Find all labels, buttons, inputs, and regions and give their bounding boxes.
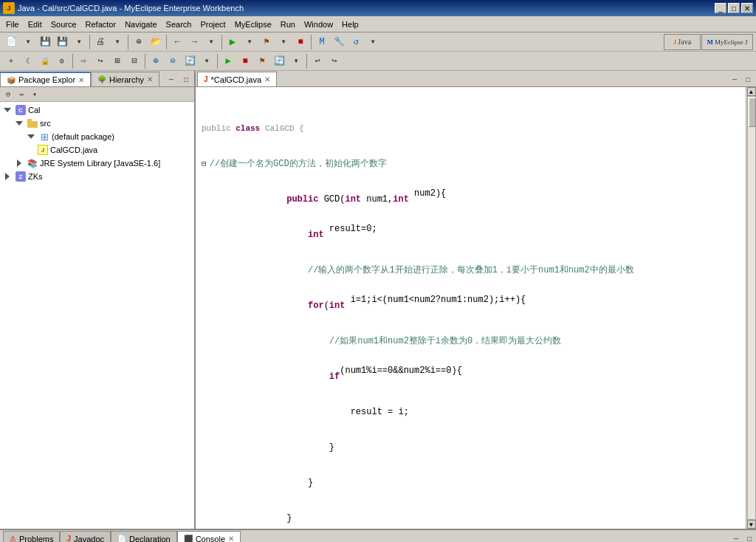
save-all-button[interactable]: 💾 — [54, 34, 70, 50]
editor-max[interactable]: □ — [741, 73, 755, 86]
console-icon: ⬛ — [184, 535, 193, 542]
menu-source[interactable]: Source — [47, 17, 81, 32]
debug-dropdown[interactable]: ▾ — [275, 34, 292, 50]
panel-minimize[interactable]: ─ — [165, 73, 178, 86]
tab-problems[interactable]: ⚠ Problems — [3, 531, 60, 542]
menu-project[interactable]: Project — [196, 17, 230, 32]
main-area: 📦 Package Explor ✕ 🌳 Hierarchy ✕ ─ □ ⊖ ⇔… — [0, 71, 756, 529]
menu-refactor[interactable]: Refactor — [81, 17, 121, 32]
myeclipse-perspective[interactable]: M MyEclipse J — [701, 34, 753, 50]
scroll-up-arrow[interactable]: ▲ — [747, 87, 756, 96]
editor-min[interactable]: ─ — [728, 73, 741, 86]
myeclipse-btn1[interactable]: M — [314, 34, 330, 50]
collapse-all-button[interactable]: ⊖ — [1, 88, 15, 101]
editor-wrapper: public class CalGCD { ⊟ //创建一个名为GCD的方法，初… — [196, 87, 756, 529]
menu-edit[interactable]: Edit — [24, 17, 47, 32]
open-type-button[interactable]: ⊕ — [131, 34, 147, 50]
package-explorer-close[interactable]: ✕ — [78, 76, 84, 84]
tb2-undo[interactable]: ↩ — [309, 53, 326, 69]
editor-tab-close[interactable]: ✕ — [264, 75, 270, 83]
new-button[interactable]: 📄 — [3, 34, 19, 50]
tab-javadoc[interactable]: J Javadoc — [60, 531, 111, 542]
menu-run[interactable]: Run — [276, 17, 300, 32]
code-area[interactable]: public class CalGCD { ⊟ //创建一个名为GCD的方法，初… — [196, 87, 746, 529]
tb2-server2[interactable]: ■ — [237, 53, 253, 69]
tb2-redo[interactable]: ↪ — [326, 53, 343, 69]
console-min[interactable]: ─ — [729, 532, 743, 542]
console-max[interactable]: □ — [743, 532, 756, 542]
run-button[interactable]: ▶ — [224, 34, 241, 50]
perspective-java[interactable]: J Java — [664, 34, 701, 50]
tb2-btn4[interactable]: ⚙ — [54, 53, 70, 69]
maximize-button[interactable]: □ — [728, 3, 740, 13]
tb2-btn6[interactable]: ↪ — [92, 53, 109, 69]
hierarchy-label: Hierarchy — [109, 75, 144, 84]
scroll-down-arrow[interactable]: ▼ — [747, 520, 756, 529]
toolbar-separator-4 — [221, 35, 222, 49]
panel-maximize[interactable]: □ — [179, 73, 193, 86]
open-resource-button[interactable]: 📂 — [148, 34, 164, 50]
tab-declaration[interactable]: 📄 Declaration — [111, 531, 177, 542]
panel-menu-button[interactable]: ▾ — [28, 88, 41, 101]
tb2-deploy3[interactable]: 🔄 — [182, 53, 198, 69]
scroll-track[interactable] — [747, 96, 756, 520]
tree-item-default-package[interactable]: ⊞ (default package) — [1, 130, 193, 143]
new-dropdown[interactable]: ▾ — [20, 34, 36, 50]
tab-package-explorer[interactable]: 📦 Package Explor ✕ — [0, 72, 91, 86]
tb2-btn7[interactable]: ⊞ — [109, 53, 126, 69]
link-editor-button[interactable]: ⇔ — [15, 88, 28, 101]
forward-button[interactable]: → — [186, 34, 202, 50]
tb2-btn8[interactable]: ⊟ — [126, 53, 142, 69]
hierarchy-close[interactable]: ✕ — [147, 75, 153, 83]
menu-file[interactable]: File — [1, 17, 24, 32]
print-dropdown[interactable]: ▾ — [109, 34, 126, 50]
run-dropdown[interactable]: ▾ — [241, 34, 258, 50]
menu-navigate[interactable]: Navigate — [120, 17, 161, 32]
close-button[interactable]: ✕ — [741, 3, 753, 13]
tb2-deploy1[interactable]: ⊕ — [148, 53, 164, 69]
stop-button[interactable]: ■ — [292, 34, 309, 50]
tb2-btn1[interactable]: ☀ — [3, 53, 19, 69]
tree-item-cal[interactable]: C Cal — [1, 103, 193, 117]
toolbar-separator-5 — [311, 35, 312, 49]
tb2-deploy2[interactable]: ⊖ — [165, 53, 181, 69]
tb2-server4[interactable]: 🔄 — [271, 53, 287, 69]
myeclipse-btn3[interactable]: ↺ — [348, 34, 364, 50]
code-line: } — [202, 477, 740, 489]
myeclipse-btn2[interactable]: 🔧 — [331, 34, 347, 50]
save-dropdown[interactable]: ▾ — [71, 34, 87, 50]
menu-window[interactable]: Window — [300, 17, 337, 32]
console-close[interactable]: ✕ — [228, 535, 234, 542]
tab-console[interactable]: ⬛ Console ✕ — [177, 531, 241, 542]
tb2-server3[interactable]: ⚑ — [254, 53, 270, 69]
menu-myeclipse[interactable]: MyEclipse — [230, 17, 276, 32]
tb2-server1[interactable]: ▶ — [220, 53, 236, 69]
tab-hierarchy[interactable]: 🌳 Hierarchy ✕ — [91, 72, 159, 86]
editor-scrollbar[interactable]: ▲ ▼ — [746, 87, 756, 529]
tree-item-calgcd[interactable]: J CalGCD.java — [1, 143, 193, 157]
tb2-btn3[interactable]: 🔒 — [37, 53, 53, 69]
tree-item-jre[interactable]: 📚 JRE System Library [JavaSE-1.6] — [1, 157, 193, 170]
tb2-server-dropdown[interactable]: ▾ — [288, 53, 304, 69]
menu-search[interactable]: Search — [162, 17, 196, 32]
tb2-btn5[interactable]: ⇨ — [75, 53, 92, 69]
debug-button[interactable]: ⚑ — [258, 34, 275, 50]
minimize-button[interactable]: _ — [715, 3, 726, 13]
tree-item-zks[interactable]: Z ZKs — [1, 170, 193, 183]
editor-tab-calgcd[interactable]: J *CalGCD.java ✕ — [197, 72, 277, 86]
myeclipse-btn4[interactable]: ▾ — [365, 34, 381, 50]
tb2-dropdown[interactable]: ▾ — [199, 53, 215, 69]
code-line: //输入的两个数字从1开始进行正除，每次叠加1，i要小于num1和num2中的最… — [202, 264, 740, 276]
print-button[interactable]: 🖨 — [92, 34, 109, 50]
tb2-btn2[interactable]: ☾ — [20, 53, 36, 69]
code-line: result = i; — [202, 406, 740, 418]
forward-dropdown[interactable]: ▾ — [203, 34, 219, 50]
declaration-icon: 📄 — [117, 535, 126, 542]
java-perspective-label: Java — [678, 38, 691, 46]
menu-help[interactable]: Help — [337, 17, 363, 32]
back-button[interactable]: ← — [169, 34, 185, 50]
scroll-thumb[interactable] — [749, 97, 756, 127]
tree-label-calgcd: CalGCD.java — [50, 145, 97, 154]
save-button[interactable]: 💾 — [37, 34, 53, 50]
tree-item-src[interactable]: src — [1, 117, 193, 130]
